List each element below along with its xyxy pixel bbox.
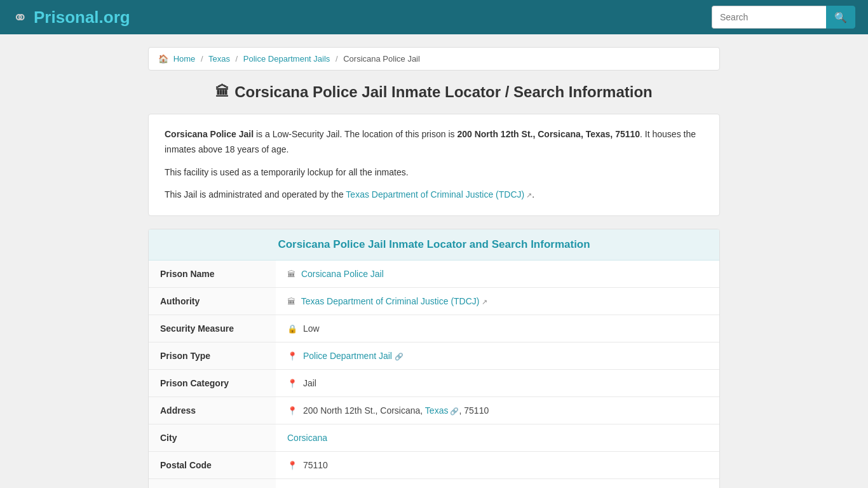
address-suffix: , 75110 (459, 405, 489, 416)
desc-3-suffix: . (532, 189, 534, 200)
value-county: 🚩 Navarro County (276, 479, 719, 488)
breadcrumb-home[interactable]: Home (173, 54, 196, 64)
label-postal: Postal Code (149, 452, 276, 479)
category-value: Jail (303, 378, 316, 388)
info-section-header: Corsicana Police Jail Inmate Locator and… (149, 229, 719, 261)
table-row: Postal Code 📍 75110 (149, 452, 719, 479)
description-block: Corsicana Police Jail is a Low-Security … (148, 114, 720, 216)
authority-icon: 🏛 (287, 297, 295, 306)
city-link[interactable]: Corsicana (287, 433, 327, 443)
logo-text: Prisonal.org (34, 8, 130, 27)
address-bold: 200 North 12th St., Corsicana, Texas, 75… (457, 129, 640, 139)
value-postal: 📍 75110 (276, 452, 719, 479)
breadcrumb-sep-1: / (201, 54, 203, 64)
tdcj-link[interactable]: Texas Department of Criminal Justice (TD… (346, 189, 524, 200)
prison-icon: 🏛 (215, 84, 229, 100)
prison-name-icon: 🏛 (287, 269, 295, 279)
authority-link[interactable]: Texas Department of Criminal Justice (TD… (301, 296, 480, 306)
postal-value: 75110 (303, 460, 328, 470)
type-icon: 📍 (287, 351, 297, 361)
label-address: Address (149, 397, 276, 424)
logo-area: ⚭ Prisonal.org (13, 7, 130, 28)
search-area: 🔍 (712, 6, 855, 29)
logo-tld: .org (99, 8, 130, 27)
value-address: 📍 200 North 12th St., Corsicana, Texas 🔗… (276, 397, 719, 424)
search-button[interactable]: 🔍 (826, 6, 855, 29)
value-prison-name: 🏛 Corsicana Police Jail (276, 261, 719, 288)
value-authority: 🏛 Texas Department of Criminal Justice (… (276, 288, 719, 315)
texas-link-icon: 🔗 (448, 407, 459, 415)
desc-3-prefix: This Jail is administrated and operated … (165, 189, 346, 200)
info-section: Corsicana Police Jail Inmate Locator and… (148, 229, 720, 488)
label-county: County (149, 479, 276, 488)
table-row: Address 📍 200 North 12th St., Corsicana,… (149, 397, 719, 424)
label-prison-type: Prison Type (149, 342, 276, 370)
value-prison-type: 📍 Police Department Jail 🔗 (276, 342, 719, 370)
prison-name-link[interactable]: Corsicana Police Jail (301, 269, 384, 279)
breadcrumb-current: Corsicana Police Jail (343, 54, 420, 64)
prison-name-bold: Corsicana Police Jail (165, 129, 254, 139)
label-authority: Authority (149, 288, 276, 315)
search-input[interactable] (712, 6, 826, 29)
info-table: Prison Name 🏛 Corsicana Police Jail Auth… (149, 261, 719, 488)
table-row: Prison Category 📍 Jail (149, 370, 719, 397)
security-value: Low (303, 323, 320, 334)
description-para-3: This Jail is administrated and operated … (165, 187, 703, 203)
table-row: County 🚩 Navarro County (149, 479, 719, 488)
label-prison-category: Prison Category (149, 370, 276, 397)
description-para-2: This facility is used as a temporarily l… (165, 165, 703, 180)
breadcrumb-sep-3: / (336, 54, 338, 64)
label-city: City (149, 424, 276, 452)
table-row: City Corsicana (149, 424, 719, 452)
table-row: Prison Type 📍 Police Department Jail 🔗 (149, 342, 719, 370)
page-title: 🏛 Corsicana Police Jail Inmate Locator /… (148, 83, 720, 101)
address-icon: 📍 (287, 406, 297, 416)
type-link-icon: 🔗 (395, 353, 403, 360)
home-icon: 🏠 (158, 54, 168, 64)
address-prefix: 200 North 12th St., Corsicana, (303, 405, 425, 416)
table-row: Security Measure 🔒 Low (149, 315, 719, 342)
texas-link[interactable]: Texas (425, 405, 449, 416)
value-security: 🔒 Low (276, 315, 719, 342)
main-content: 🏠 Home / Texas / Police Department Jails… (142, 34, 726, 488)
value-city: Corsicana (276, 424, 719, 452)
lock-icon: 🔒 (287, 324, 297, 334)
ext-icon: ↗ (524, 191, 532, 199)
breadcrumb-texas[interactable]: Texas (208, 54, 230, 64)
header: ⚭ Prisonal.org 🔍 (0, 0, 868, 34)
breadcrumb: 🏠 Home / Texas / Police Department Jails… (148, 47, 720, 71)
authority-ext-icon: ↗ (482, 298, 487, 306)
label-prison-name: Prison Name (149, 261, 276, 288)
page-title-text: Corsicana Police Jail Inmate Locator / S… (234, 83, 653, 101)
logo-brand: Prisonal (34, 8, 99, 27)
postal-icon: 📍 (287, 461, 297, 470)
category-icon: 📍 (287, 379, 297, 388)
breadcrumb-pdj[interactable]: Police Department Jails (243, 54, 330, 64)
table-row: Prison Name 🏛 Corsicana Police Jail (149, 261, 719, 288)
logo-icon: ⚭ (13, 7, 27, 28)
breadcrumb-sep-2: / (236, 54, 238, 64)
label-security: Security Measure (149, 315, 276, 342)
desc-1-body: is a Low-Security Jail. The location of … (254, 129, 457, 139)
prison-type-link[interactable]: Police Department Jail (303, 351, 392, 361)
table-row: Authority 🏛 Texas Department of Criminal… (149, 288, 719, 315)
description-para-1: Corsicana Police Jail is a Low-Security … (165, 127, 703, 158)
value-prison-category: 📍 Jail (276, 370, 719, 397)
